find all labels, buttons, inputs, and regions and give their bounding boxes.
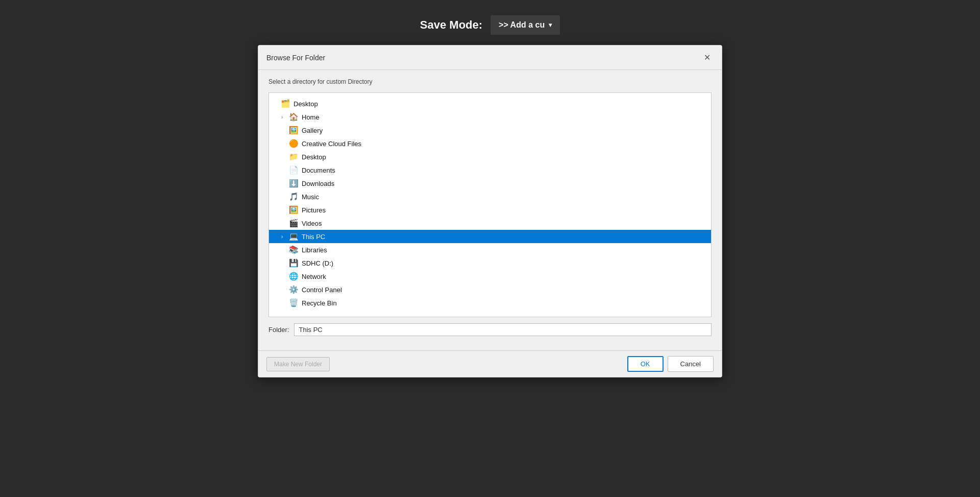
chevron-icon: › [281, 114, 288, 120]
downloads-icon: ⬇️ [288, 178, 299, 188]
dialog-close-button[interactable]: ✕ [701, 52, 714, 63]
network-icon: 🌐 [288, 271, 299, 281]
tree-item-label: Pictures [302, 206, 326, 214]
documents-icon: 📄 [288, 165, 299, 175]
save-mode-dropdown[interactable]: >> Add a cu ▾ [491, 15, 560, 35]
dialog-body: Select a directory for custom Directory … [258, 70, 722, 350]
dialog-instruction: Select a directory for custom Directory [268, 78, 712, 85]
tree-item-home[interactable]: ›🏠Home [269, 110, 711, 124]
tree-item-control-panel[interactable]: ⚙️Control Panel [269, 283, 711, 296]
chevron-icon: › [281, 234, 288, 240]
home-icon: 🏠 [288, 112, 299, 122]
folder-row: Folder: [268, 317, 712, 342]
tree-item-libraries[interactable]: 📚Libraries [269, 243, 711, 256]
tree-item-label: Documents [302, 167, 335, 174]
tree-item-label: Recycle Bin [302, 299, 337, 307]
pc-icon: 💻 [288, 231, 299, 242]
dialog-titlebar: Browse For Folder ✕ [258, 45, 722, 70]
tree-item-label: Control Panel [302, 286, 342, 294]
control-panel-icon: ⚙️ [288, 285, 299, 295]
pictures-icon: 🖼️ [288, 205, 299, 215]
tree-item-label: Home [302, 113, 320, 121]
tree-item-label: Gallery [302, 127, 323, 134]
tree-item-desktop[interactable]: 📁Desktop [269, 150, 711, 163]
tree-item-label: Music [302, 193, 319, 201]
browse-folder-dialog: Browse For Folder ✕ Select a directory f… [258, 45, 722, 377]
tree-item-label: Network [302, 273, 326, 280]
libraries-icon: 📚 [288, 245, 299, 255]
dialog-footer: Make New Folder OK Cancel [258, 350, 722, 377]
tree-item-gallery[interactable]: 🖼️Gallery [269, 124, 711, 137]
cc-icon: 🟠 [288, 138, 299, 149]
tree-item-label: Libraries [302, 246, 327, 254]
tree-item-creative-cloud[interactable]: 🟠Creative Cloud Files [269, 137, 711, 150]
tree-item-network[interactable]: 🌐Network [269, 270, 711, 283]
folder-label: Folder: [268, 326, 289, 334]
tree-item-label: Downloads [302, 180, 334, 187]
sdhc-icon: 💾 [288, 258, 299, 268]
folder-orange-icon: 📁 [288, 152, 299, 162]
cancel-button[interactable]: Cancel [668, 356, 714, 372]
gallery-icon: 🖼️ [288, 125, 299, 135]
ok-button[interactable]: OK [627, 356, 664, 372]
save-mode-label: Save Mode: [420, 18, 482, 32]
make-new-folder-button[interactable]: Make New Folder [266, 357, 330, 371]
dialog-title: Browse For Folder [266, 54, 325, 62]
folder-blue-icon: 🗂️ [280, 99, 290, 109]
tree-item-this-pc[interactable]: ›💻This PC [269, 230, 711, 243]
folder-tree[interactable]: 🗂️Desktop›🏠Home🖼️Gallery🟠Creative Cloud … [268, 92, 712, 317]
tree-item-sdhc[interactable]: 💾SDHC (D:) [269, 256, 711, 270]
tree-item-documents[interactable]: 📄Documents [269, 163, 711, 177]
tree-item-downloads[interactable]: ⬇️Downloads [269, 177, 711, 190]
dialog-overlay: Browse For Folder ✕ Select a directory f… [258, 45, 722, 377]
tree-item-recycle-bin[interactable]: 🗑️Recycle Bin [269, 296, 711, 310]
tree-item-label: Desktop [293, 100, 318, 108]
tree-item-videos[interactable]: 🎬Videos [269, 217, 711, 230]
videos-icon: 🎬 [288, 218, 299, 228]
recycle-icon: 🗑️ [288, 298, 299, 308]
tree-item-label: Desktop [302, 153, 326, 161]
tree-item-desktop-root[interactable]: 🗂️Desktop [269, 97, 711, 110]
dropdown-text: >> Add a cu [499, 20, 545, 30]
dropdown-chevron-icon: ▾ [549, 21, 552, 29]
tree-item-label: Videos [302, 220, 322, 227]
tree-item-music[interactable]: 🎵Music [269, 190, 711, 203]
top-bar: Save Mode: >> Add a cu ▾ [420, 15, 560, 35]
tree-item-label: This PC [302, 233, 325, 241]
footer-buttons: OK Cancel [627, 356, 714, 372]
tree-item-label: Creative Cloud Files [302, 140, 361, 148]
tree-item-pictures[interactable]: 🖼️Pictures [269, 203, 711, 217]
folder-input[interactable] [294, 323, 712, 336]
tree-item-label: SDHC (D:) [302, 259, 333, 267]
music-icon: 🎵 [288, 192, 299, 202]
